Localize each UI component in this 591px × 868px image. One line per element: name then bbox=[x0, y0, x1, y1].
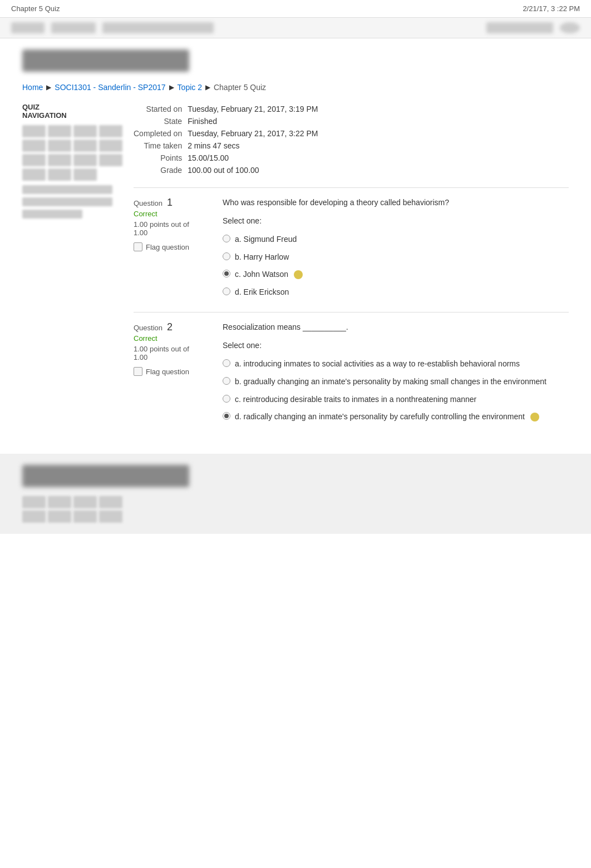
footer-nav-1[interactable] bbox=[22, 496, 46, 508]
time-taken-label: Time taken bbox=[134, 140, 188, 152]
nav-q14[interactable] bbox=[48, 168, 71, 181]
nav-q10[interactable] bbox=[48, 154, 71, 166]
nav-item-4[interactable] bbox=[486, 22, 553, 33]
option-2d[interactable]: d. radically changing an inmate's person… bbox=[223, 408, 569, 426]
footer-nav-2[interactable] bbox=[48, 496, 71, 508]
question-1-header: Question 1 bbox=[134, 197, 214, 209]
breadcrumb: Home ▶ SOCI1301 - Sanderlin - SP2017 ▶ T… bbox=[0, 77, 591, 97]
sidebar-extra-2 bbox=[22, 197, 112, 206]
nav-q1[interactable] bbox=[22, 125, 46, 137]
sidebar-extra-1 bbox=[22, 185, 112, 194]
nav-q13[interactable] bbox=[22, 168, 46, 181]
option-2a-radio[interactable] bbox=[223, 359, 230, 367]
nav-q3[interactable] bbox=[73, 125, 97, 137]
option-1a-radio[interactable] bbox=[223, 235, 230, 242]
state-label: State bbox=[134, 115, 188, 127]
question-2-header: Question 2 bbox=[134, 321, 214, 333]
nav-q7[interactable] bbox=[73, 140, 97, 152]
completed-on-label: Completed on bbox=[134, 127, 188, 140]
flag-label-1: Flag question bbox=[146, 243, 189, 251]
flag-label-2: Flag question bbox=[146, 368, 189, 376]
option-1d-radio[interactable] bbox=[223, 287, 230, 295]
question-1-select-label: Select one: bbox=[223, 216, 569, 225]
logo-area bbox=[0, 38, 591, 77]
option-2d-text: d. radically changing an inmate's person… bbox=[235, 411, 569, 423]
summary-table: Started on Tuesday, February 21, 2017, 3… bbox=[134, 103, 324, 176]
nav-item-2[interactable] bbox=[51, 22, 96, 33]
breadcrumb-arrow-2: ▶ bbox=[169, 83, 174, 91]
nav-item-3[interactable] bbox=[102, 22, 214, 33]
option-2d-radio[interactable] bbox=[223, 412, 230, 420]
question-1-meta: Question 1 Correct 1.00 points out of 1.… bbox=[134, 197, 223, 301]
main-content: QUIZ NAVIGATION bbox=[0, 97, 591, 443]
question-1-flag[interactable]: Flag question bbox=[134, 242, 214, 251]
nav-q2[interactable] bbox=[48, 125, 71, 137]
footer-nav-6[interactable] bbox=[48, 510, 71, 523]
option-2a[interactable]: a. introducing inmates to social activit… bbox=[223, 355, 569, 373]
question-1-body: Who was responsible for developing a the… bbox=[223, 197, 569, 301]
question-2-meta: Question 2 Correct 1.00 points out of 1.… bbox=[134, 321, 223, 425]
nav-q8[interactable] bbox=[99, 140, 122, 152]
option-1c[interactable]: c. John Watson bbox=[223, 266, 569, 284]
option-1a[interactable]: a. Sigmund Freud bbox=[223, 231, 569, 249]
nav-q6[interactable] bbox=[48, 140, 71, 152]
breadcrumb-arrow-3: ▶ bbox=[205, 83, 210, 91]
sidebar-title: QUIZ NAVIGATION bbox=[22, 103, 122, 120]
question-1-text: Who was responsible for developing a the… bbox=[223, 197, 569, 209]
question-2-flag[interactable]: Flag question bbox=[134, 367, 214, 376]
footer-nav-8[interactable] bbox=[99, 510, 122, 523]
nav-q4[interactable] bbox=[99, 125, 122, 137]
option-1b[interactable]: b. Harry Harlow bbox=[223, 249, 569, 266]
points-value: 15.00/15.00 bbox=[188, 152, 324, 164]
option-2a-text: a. introducing inmates to social activit… bbox=[235, 359, 569, 370]
nav-q12[interactable] bbox=[99, 154, 122, 166]
question-2-select-label: Select one: bbox=[223, 341, 569, 350]
footer-nav-3[interactable] bbox=[73, 496, 97, 508]
nav-bar bbox=[0, 18, 591, 38]
question-1-status: Correct bbox=[134, 210, 214, 218]
footer-nav-7[interactable] bbox=[73, 510, 97, 523]
nav-q5[interactable] bbox=[22, 140, 46, 152]
breadcrumb-topic[interactable]: Topic 2 bbox=[178, 83, 202, 92]
breadcrumb-course[interactable]: SOCI1301 - Sanderlin - SP2017 bbox=[55, 83, 165, 92]
page-title: Chapter 5 Quiz bbox=[11, 4, 60, 13]
nav-q15[interactable] bbox=[73, 168, 97, 181]
breadcrumb-current: Chapter 5 Quiz bbox=[214, 83, 266, 92]
option-1c-text: c. John Watson bbox=[235, 269, 569, 280]
footer-nav-4[interactable] bbox=[99, 496, 122, 508]
nav-q9[interactable] bbox=[22, 154, 46, 166]
option-1d[interactable]: d. Erik Erickson bbox=[223, 284, 569, 301]
sidebar-extra-3 bbox=[22, 210, 82, 219]
option-1d-text: d. Erik Erickson bbox=[235, 287, 569, 298]
question-2-options: a. introducing inmates to social activit… bbox=[223, 355, 569, 425]
option-2b[interactable]: b. gradually changing an inmate's person… bbox=[223, 373, 569, 391]
flag-checkbox-1[interactable] bbox=[134, 242, 142, 251]
footer-logo bbox=[22, 465, 189, 487]
breadcrumb-arrow-1: ▶ bbox=[46, 83, 51, 91]
option-1a-text: a. Sigmund Freud bbox=[235, 234, 569, 245]
option-2b-radio[interactable] bbox=[223, 377, 230, 385]
footer-nav-5[interactable] bbox=[22, 510, 46, 523]
sidebar-nav-grid bbox=[22, 125, 122, 181]
flag-checkbox-2[interactable] bbox=[134, 367, 142, 376]
nav-q11[interactable] bbox=[73, 154, 97, 166]
footer-logo-area bbox=[0, 454, 591, 534]
correct-indicator-1c bbox=[294, 270, 303, 279]
grade-value: 100.00 out of 100.00 bbox=[188, 164, 324, 176]
nav-item-1[interactable] bbox=[11, 22, 45, 33]
option-2b-text: b. gradually changing an inmate's person… bbox=[235, 376, 569, 388]
breadcrumb-home[interactable]: Home bbox=[22, 83, 43, 92]
question-2-text: Resocialization means __________. bbox=[223, 321, 569, 333]
question-1-options: a. Sigmund Freud b. Harry Harlow c. John… bbox=[223, 231, 569, 301]
question-2-block: Question 2 Correct 1.00 points out of 1.… bbox=[134, 312, 569, 425]
option-2c-radio[interactable] bbox=[223, 395, 230, 403]
option-2c[interactable]: c. reintroducing desirable traits to inm… bbox=[223, 391, 569, 409]
option-2c-text: c. reintroducing desirable traits to inm… bbox=[235, 394, 569, 405]
question-2-body: Resocialization means __________. Select… bbox=[223, 321, 569, 425]
option-1b-radio[interactable] bbox=[223, 252, 230, 260]
question-1-block: Question 1 Correct 1.00 points out of 1.… bbox=[134, 187, 569, 301]
quiz-area: Started on Tuesday, February 21, 2017, 3… bbox=[134, 103, 569, 437]
time-taken-value: 2 mins 47 secs bbox=[188, 140, 324, 152]
option-1c-radio[interactable] bbox=[223, 270, 230, 277]
nav-avatar[interactable] bbox=[560, 22, 580, 33]
